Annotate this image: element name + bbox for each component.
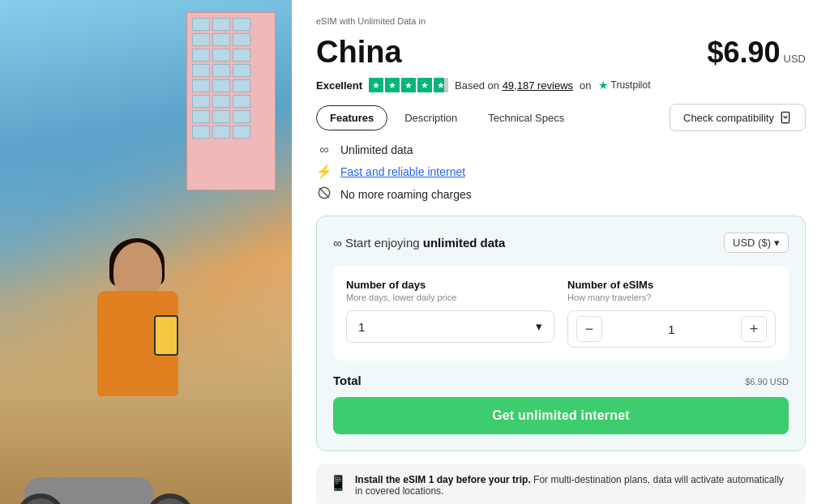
- esims-sub: How many travelers?: [567, 293, 776, 302]
- price-amount: $6.90: [707, 36, 780, 70]
- decrement-button[interactable]: −: [576, 316, 602, 342]
- days-value: 1: [358, 320, 365, 334]
- star-2: ★: [385, 78, 400, 92]
- booking-title-highlight: unlimited data: [423, 236, 506, 250]
- trustpilot-logo: ★ Trustpilot: [598, 79, 651, 92]
- infinity-booking-icon: ∞: [333, 236, 345, 250]
- booking-card-header: ∞ Start enjoying unlimited data USD ($) …: [333, 233, 789, 253]
- tabs: Features Description Technical Specs: [316, 105, 578, 130]
- star-3: ★: [401, 78, 416, 92]
- booking-title-prefix: Start enjoying: [345, 236, 423, 250]
- esim-count: 1: [668, 322, 674, 336]
- increment-button[interactable]: +: [741, 316, 767, 342]
- infinity-icon: ∞: [316, 143, 332, 157]
- tabs-row: Features Description Technical Specs Che…: [316, 104, 806, 131]
- feature-no-roaming: No more roaming charges: [316, 186, 806, 203]
- feature-fast-internet: ⚡ Fast and reliable internet: [316, 164, 806, 179]
- rating-label: Excellent: [316, 79, 362, 92]
- lightning-icon: ⚡: [316, 164, 332, 179]
- tab-features[interactable]: Features: [316, 105, 387, 130]
- check-compatibility-button[interactable]: Check compatibility: [670, 104, 806, 131]
- trustpilot-star-icon: ★: [598, 79, 609, 92]
- country-title: China: [316, 36, 402, 70]
- esims-field: Number of eSIMs How many travelers? − 1 …: [567, 279, 776, 348]
- scooter-image: [0, 469, 227, 504]
- days-sub: More days, lower daily price: [346, 293, 554, 302]
- days-select[interactable]: 1 ▾: [346, 310, 554, 343]
- days-field: Number of days More days, lower daily pr…: [346, 279, 554, 348]
- reviews-text: Based on 49,187 reviews: [455, 79, 573, 92]
- star-4: ★: [417, 78, 432, 92]
- currency-value: USD ($): [733, 237, 771, 249]
- price-currency: USD: [784, 53, 806, 65]
- feature-unlimited-data: ∞ Unlimited data: [316, 143, 806, 157]
- page-container: eSIM with Unlimited Data in China $6.90 …: [0, 0, 830, 504]
- total-label: Total: [333, 374, 362, 387]
- no-roaming-icon: [316, 186, 332, 203]
- install-notice: 📱 Install the eSIM 1 day before your tri…: [316, 464, 806, 504]
- rating-row: Excellent ★ ★ ★ ★ ★ Based on 49,187 revi…: [316, 78, 806, 92]
- on-text: on: [580, 79, 591, 92]
- booking-title: ∞ Start enjoying unlimited data: [333, 236, 505, 250]
- star-1: ★: [369, 78, 383, 92]
- dropdown-arrow-icon: ▾: [536, 319, 542, 334]
- features-list: ∞ Unlimited data ⚡ Fast and reliable int…: [316, 143, 806, 203]
- tab-description[interactable]: Description: [391, 105, 471, 130]
- star-rating: ★ ★ ★ ★ ★: [369, 78, 448, 92]
- feature-unlimited-data-label: Unlimited data: [340, 143, 413, 156]
- total-currency: USD: [770, 377, 789, 387]
- person-image: [65, 242, 211, 493]
- total-row: Total $6.90USD: [333, 374, 789, 387]
- tab-technical-specs[interactable]: Technical Specs: [474, 105, 578, 130]
- building-decoration: [186, 12, 276, 190]
- feature-no-roaming-label: No more roaming charges: [340, 188, 472, 201]
- booking-card: ∞ Start enjoying unlimited data USD ($) …: [316, 216, 806, 451]
- chevron-down-icon: ▾: [774, 237, 780, 249]
- esims-label: Number of eSIMs: [567, 279, 776, 291]
- feature-fast-internet-label: Fast and reliable internet: [340, 165, 465, 178]
- esim-counter: − 1 +: [567, 310, 776, 348]
- days-label: Number of days: [346, 279, 554, 291]
- esim-label: eSIM with Unlimited Data in: [316, 16, 806, 26]
- reviews-link[interactable]: 49,187 reviews: [503, 79, 573, 92]
- phone-check-icon: [779, 111, 792, 124]
- header-row: China $6.90 USD: [316, 36, 806, 70]
- hero-image: [0, 0, 292, 504]
- booking-fields: Number of days More days, lower daily pr…: [333, 266, 789, 361]
- get-internet-button[interactable]: Get unlimited internet: [333, 397, 789, 434]
- svg-line-3: [319, 188, 329, 198]
- right-panel: eSIM with Unlimited Data in China $6.90 …: [292, 0, 830, 504]
- price-block: $6.90 USD: [707, 36, 806, 70]
- total-price: $6.90USD: [745, 374, 789, 387]
- install-notice-text: Install the eSIM 1 day before your trip.…: [355, 474, 793, 497]
- check-compat-label: Check compatibility: [683, 112, 774, 124]
- trustpilot-label: Trustpilot: [611, 79, 651, 91]
- star-half: ★: [434, 78, 448, 92]
- currency-selector[interactable]: USD ($) ▾: [724, 233, 789, 253]
- phone-install-icon: 📱: [329, 474, 347, 492]
